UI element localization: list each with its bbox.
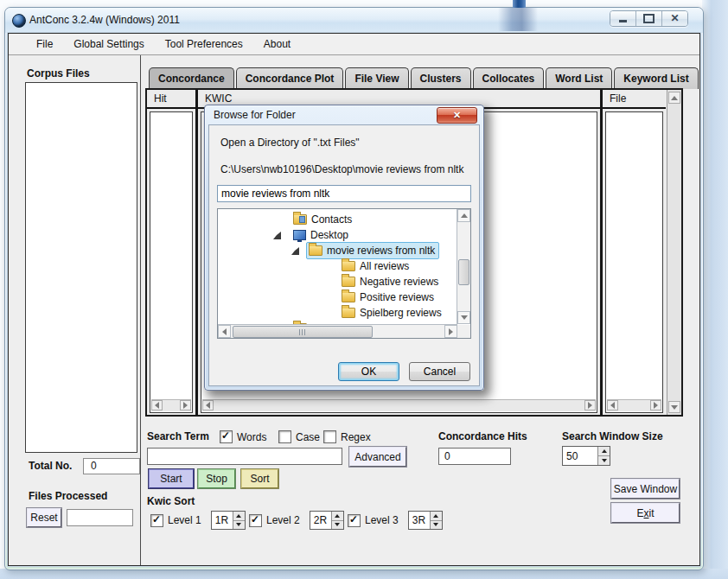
tree-item-contacts[interactable]: Contacts: [218, 212, 457, 227]
ok-button[interactable]: OK: [338, 362, 399, 381]
regex-label: Regex: [341, 431, 371, 443]
total-no-value: 0: [83, 458, 140, 474]
minimize-button[interactable]: [610, 11, 636, 26]
tree-item-positive-reviews[interactable]: Positive reviews: [218, 290, 457, 305]
window-controls: ✕: [610, 10, 688, 27]
tree-item-movie-reviews[interactable]: movie reviews from nltk: [218, 243, 457, 258]
scroll-right-icon[interactable]: [650, 400, 661, 410]
window-title: AntConc 3.2.4w (Windows) 2011: [29, 14, 180, 26]
corpus-files-list[interactable]: [25, 82, 137, 453]
save-window-button[interactable]: Save Window: [611, 479, 680, 499]
menu-about[interactable]: About: [253, 35, 301, 54]
corpus-files-label: Corpus Files: [27, 67, 90, 80]
regex-checkbox[interactable]: [323, 430, 336, 443]
scroll-left-icon[interactable]: [218, 325, 231, 338]
reset-button[interactable]: Reset: [27, 508, 61, 527]
tree-item-desktop[interactable]: Desktop: [218, 227, 457, 243]
spin-down-icon[interactable]: [233, 521, 245, 530]
scrollbar-corner: [457, 325, 470, 338]
search-input[interactable]: [147, 448, 342, 465]
spin-up-icon[interactable]: [332, 512, 343, 521]
menu-bar: File Global Settings Tool Preferences Ab…: [9, 34, 699, 55]
tab-word-list[interactable]: Word List: [546, 67, 612, 89]
file-horizontal-scrollbar[interactable]: [607, 399, 661, 411]
expanded-node-icon[interactable]: [273, 232, 281, 239]
scroll-right-icon[interactable]: [584, 400, 596, 410]
dialog-path: C:\Users\nwb10196\Desktop\movie reviews …: [220, 163, 463, 175]
tree-horizontal-scrollbar[interactable]: [218, 324, 457, 338]
scroll-left-icon[interactable]: [607, 400, 618, 410]
level-1-spinner[interactable]: 1R: [211, 511, 246, 530]
folder-icon: [309, 245, 322, 256]
tree-vscroll-thumb[interactable]: [458, 259, 469, 285]
cancel-button[interactable]: Cancel: [409, 362, 470, 381]
sort-button[interactable]: Sort: [241, 469, 278, 488]
scroll-up-icon[interactable]: [457, 209, 470, 222]
menu-tool-preferences[interactable]: Tool Preferences: [155, 35, 253, 54]
case-checkbox[interactable]: [278, 430, 291, 443]
file-list[interactable]: [605, 111, 663, 413]
folder-name-input[interactable]: [217, 185, 471, 202]
contacts-folder-icon: [293, 214, 307, 225]
tab-collocates[interactable]: Collocates: [473, 67, 545, 89]
exit-button[interactable]: Exit: [611, 503, 680, 523]
scroll-down-icon[interactable]: [457, 311, 470, 324]
level-2-checkbox[interactable]: [249, 514, 262, 527]
tree-item-negative-reviews[interactable]: Negative reviews: [218, 274, 457, 290]
desktop-background-streak: [513, 0, 526, 8]
level-3-value: 3R: [412, 512, 425, 529]
expanded-node-icon[interactable]: [291, 247, 299, 255]
words-option: Words: [220, 430, 266, 443]
level-2-spinner[interactable]: 2R: [310, 511, 344, 530]
scroll-right-icon[interactable]: [180, 400, 191, 410]
tree-item-spielberg-reviews[interactable]: Spielberg reviews: [218, 305, 457, 321]
menu-global-settings[interactable]: Global Settings: [63, 35, 154, 54]
hit-horizontal-scrollbar[interactable]: [151, 399, 191, 411]
kwic-horizontal-scrollbar[interactable]: [202, 399, 596, 411]
advanced-button[interactable]: Advanced: [349, 447, 406, 467]
words-checkbox[interactable]: [220, 430, 233, 443]
spin-down-icon[interactable]: [332, 521, 343, 530]
dialog-body: Open a Directory of ".txt Files" C:\User…: [208, 124, 480, 386]
search-window-size-spinner[interactable]: 50: [562, 446, 610, 466]
column-header-file: File: [603, 90, 666, 109]
tab-concordance[interactable]: Concordance: [149, 67, 234, 89]
dialog-close-button[interactable]: ✕: [437, 107, 477, 124]
close-button[interactable]: ✕: [662, 11, 687, 26]
level-2-label: Level 2: [266, 514, 300, 526]
scroll-right-icon[interactable]: [444, 325, 457, 338]
tab-clusters[interactable]: Clusters: [411, 67, 471, 89]
spin-down-icon[interactable]: [431, 521, 442, 530]
hit-list[interactable]: [150, 111, 193, 413]
scroll-left-icon[interactable]: [151, 400, 163, 410]
menu-file[interactable]: File: [26, 35, 63, 54]
spin-up-icon[interactable]: [233, 512, 245, 521]
level-1-checkbox[interactable]: [150, 514, 163, 527]
scroll-down-icon[interactable]: [668, 401, 680, 413]
results-vertical-scrollbar[interactable]: [667, 90, 681, 415]
spin-up-icon[interactable]: [598, 447, 610, 456]
level-3-checkbox[interactable]: [348, 514, 361, 527]
tab-file-view[interactable]: File View: [345, 67, 408, 89]
stop-button[interactable]: Stop: [198, 469, 235, 488]
spin-up-icon[interactable]: [431, 512, 442, 521]
tree-hscroll-thumb[interactable]: [233, 326, 373, 338]
tree-item-all-reviews[interactable]: All reviews: [218, 258, 457, 274]
files-processed-label: Files Processed: [29, 490, 107, 502]
level-3-spinner[interactable]: 3R: [408, 511, 443, 530]
titlebar[interactable]: AntConc 3.2.4w (Windows) 2011 ✕: [5, 8, 703, 33]
level-1-label: Level 1: [168, 514, 201, 526]
dialog-close-icon: ✕: [453, 109, 461, 122]
scroll-up-icon[interactable]: [668, 92, 680, 104]
start-button[interactable]: Start: [149, 469, 194, 488]
desktop-icon: [293, 230, 306, 240]
level-2-value: 2R: [314, 512, 327, 529]
spin-down-icon[interactable]: [598, 456, 610, 465]
total-no-label: Total No.: [29, 460, 72, 472]
tree-vertical-scrollbar[interactable]: [457, 209, 470, 324]
tab-keyword-list[interactable]: Keyword List: [614, 67, 698, 89]
concordance-hits-label: Concordance Hits: [438, 430, 527, 442]
tab-concordance-plot[interactable]: Concordance Plot: [236, 67, 344, 89]
scroll-left-icon[interactable]: [202, 400, 214, 410]
maximize-button[interactable]: [636, 11, 662, 26]
